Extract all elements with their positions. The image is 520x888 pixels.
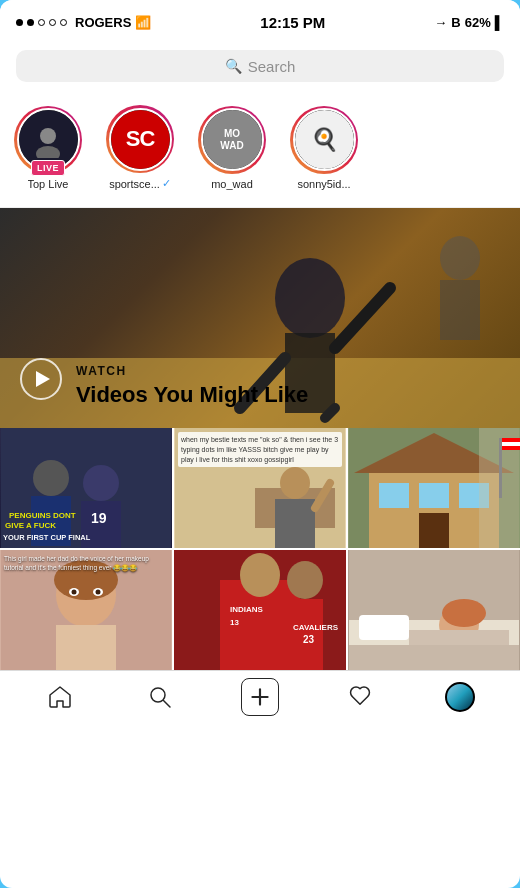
story-mo-wad[interactable]: MO WAD mo_wad	[192, 106, 272, 190]
story-top-live[interactable]: LIVE Top Live	[8, 106, 88, 190]
grid-item-makeup[interactable]: This girl made her dad do the voice of h…	[0, 550, 172, 670]
svg-text:23: 23	[303, 634, 315, 645]
profile-avatar	[445, 682, 475, 712]
svg-point-0	[40, 128, 56, 144]
signal-dot-4	[49, 19, 56, 26]
content-grid-row2: This girl made her dad do the voice of h…	[0, 550, 520, 670]
svg-text:YOUR FIRST CUP FINAL: YOUR FIRST CUP FINAL	[3, 533, 91, 542]
grid-item-gossip[interactable]: when my bestie texts me "ok so" & then i…	[174, 428, 346, 548]
story-label-top-live: Top Live	[28, 178, 69, 190]
svg-rect-23	[275, 499, 315, 548]
nav-profile[interactable]	[438, 675, 482, 719]
status-left: ROGERS 📶	[16, 15, 151, 30]
svg-rect-10	[440, 280, 480, 340]
search-icon: 🔍	[225, 58, 242, 74]
signal-dot-1	[16, 19, 23, 26]
play-button[interactable]	[20, 358, 62, 400]
story-label-sc: sportsce... ✓	[109, 177, 171, 190]
content-grid-row1: HEY NASHVILLE PENGUINS DONT GIVE A FUCK …	[0, 428, 520, 548]
svg-point-9	[440, 236, 480, 280]
svg-rect-31	[419, 513, 449, 548]
svg-text:PENGUINS DONT: PENGUINS DONT	[9, 511, 76, 520]
svg-point-60	[442, 599, 486, 627]
story-sportscenter[interactable]: SC sportsce... ✓	[100, 105, 180, 190]
bottom-nav	[0, 670, 520, 722]
svg-text:19: 19	[91, 510, 107, 526]
svg-text:INDIANS: INDIANS	[230, 605, 264, 614]
story-label-sonny: sonny5id...	[297, 178, 350, 190]
svg-point-2	[36, 146, 60, 158]
time-display: 12:15 PM	[260, 14, 325, 31]
bluetooth-icon: B	[451, 15, 460, 30]
avatar-mo: MO WAD	[203, 110, 262, 169]
search-bar-container: 🔍 Search	[0, 44, 520, 88]
battery-label: 62%	[465, 15, 491, 30]
watch-eyebrow: WATCH	[76, 364, 308, 378]
story-sonny[interactable]: 🍳 sonny5id...	[284, 106, 364, 190]
wifi-icon: 📶	[135, 15, 151, 30]
stories-row: LIVE Top Live SC sportsce... ✓	[0, 88, 520, 208]
svg-point-45	[96, 590, 101, 595]
svg-rect-35	[502, 438, 520, 442]
status-right: → B 62% ▌	[434, 15, 504, 30]
svg-rect-28	[379, 483, 409, 508]
signal-dot-2	[27, 19, 34, 26]
svg-rect-40	[56, 625, 116, 670]
svg-point-22	[280, 467, 310, 499]
add-button[interactable]	[241, 678, 279, 716]
location-icon: →	[434, 15, 447, 30]
svg-point-13	[83, 465, 119, 501]
svg-rect-36	[502, 442, 520, 446]
status-bar: ROGERS 📶 12:15 PM → B 62% ▌	[0, 0, 520, 44]
story-label-mo: mo_wad	[211, 178, 253, 190]
search-placeholder: Search	[248, 58, 296, 75]
svg-point-44	[72, 590, 77, 595]
signal-dot-3	[38, 19, 45, 26]
phone-frame: ROGERS 📶 12:15 PM → B 62% ▌ 🔍 Search	[0, 0, 520, 888]
svg-text:GIVE A FUCK: GIVE A FUCK	[5, 521, 56, 530]
nav-add[interactable]	[238, 675, 282, 719]
search-input[interactable]: 🔍 Search	[16, 50, 504, 82]
grid-item-hockey[interactable]: HEY NASHVILLE PENGUINS DONT GIVE A FUCK …	[0, 428, 172, 548]
grid-item-basketball[interactable]: 📷 INDIANS 13 CAVALIERS 23	[174, 550, 346, 670]
battery-icon: ▌	[495, 15, 504, 30]
svg-rect-29	[419, 483, 449, 508]
verified-icon-sc: ✓	[162, 177, 171, 190]
watch-title: Videos You Might Like	[76, 382, 308, 408]
svg-point-62	[151, 688, 165, 702]
grid-item-bed[interactable]	[348, 550, 520, 670]
carrier-label: ROGERS	[75, 15, 131, 30]
svg-point-51	[287, 561, 323, 599]
svg-point-48	[240, 553, 280, 597]
avatar-sc: SC	[111, 110, 170, 169]
watch-banner[interactable]: WATCH Videos You Might Like	[0, 208, 520, 428]
grid-item-house[interactable]	[348, 428, 520, 548]
makeup-caption: This girl made her dad do the voice of h…	[4, 554, 168, 572]
play-triangle-icon	[36, 371, 50, 387]
gossip-text: when my bestie texts me "ok so" & then i…	[178, 432, 342, 467]
svg-line-8	[325, 408, 335, 418]
svg-rect-37	[502, 446, 520, 450]
live-badge: LIVE	[31, 160, 65, 176]
svg-point-12	[33, 460, 69, 496]
svg-text:CAVALIERS: CAVALIERS	[293, 623, 339, 632]
svg-rect-57	[359, 615, 409, 640]
svg-point-4	[275, 258, 345, 338]
svg-line-63	[164, 700, 171, 707]
nav-search[interactable]	[138, 675, 182, 719]
signal-dot-5	[60, 19, 67, 26]
nav-home[interactable]	[38, 675, 82, 719]
avatar-sonny: 🍳	[295, 110, 354, 169]
svg-rect-61	[349, 645, 519, 670]
watch-text: WATCH Videos You Might Like	[76, 364, 308, 408]
nav-heart[interactable]	[338, 675, 382, 719]
svg-text:13: 13	[230, 618, 239, 627]
svg-rect-33	[499, 438, 502, 498]
